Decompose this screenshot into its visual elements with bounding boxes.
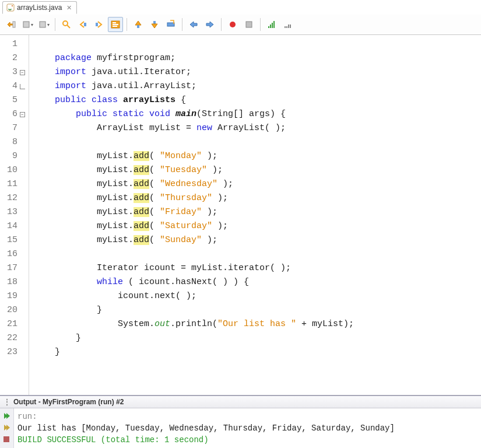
code-line[interactable]: package myfirstprogram; [34,51,481,65]
code-line[interactable]: myList.add( "Wednesday" ); [34,177,481,191]
find-selection-button[interactable] [59,17,74,32]
line-number: 2 [0,51,29,65]
java-file-icon [6,4,15,12]
svg-rect-17 [246,22,252,27]
fold-end-icon [20,84,25,89]
code-line[interactable]: myList.add( "Monday" ); [34,149,481,163]
uncomment-button[interactable] [280,17,296,32]
code-line[interactable] [34,37,481,51]
line-number: 16 [0,247,29,261]
output-panel: ⋮ Output - MyFirstProgram (run) #2 run:O… [0,395,481,448]
svg-rect-7 [84,23,86,26]
editor-toolbar: ▾ ▾ [0,15,481,35]
line-number: 14 [0,219,29,233]
line-number: 20 [0,303,29,317]
output-header[interactable]: ⋮ Output - MyFirstProgram (run) #2 [0,396,481,408]
shift-right-button[interactable] [202,17,217,32]
next-bookmark-button[interactable] [147,17,162,32]
svg-rect-15 [167,23,174,26]
line-number: 4 [0,79,29,93]
code-line[interactable]: public static void main(String[] args) { [34,107,481,121]
file-tab[interactable]: arrayLists.java ✕ [2,1,77,14]
svg-rect-20 [272,23,273,28]
code-line[interactable]: public class arrayLists { [34,93,481,107]
code-line[interactable]: myList.add( "Friday" ); [34,205,481,219]
code-line[interactable]: Iterator icount = myList.iterator( ); [34,261,481,275]
svg-rect-3 [23,22,29,27]
run-icon[interactable] [1,422,12,433]
code-line[interactable]: myList.add( "Sunday" ); [34,233,481,247]
svg-rect-4 [40,22,45,27]
shift-left-button[interactable] [186,17,201,32]
code-line[interactable]: while ( icount.hasNext( ) ) { [34,275,481,289]
output-gutter [0,408,14,448]
tab-close-icon[interactable]: ✕ [66,4,72,12]
line-number: 6− [0,107,29,121]
code-line[interactable]: System.out.println("Our list has " + myL… [34,317,481,331]
line-number: 22 [0,331,29,345]
find-prev-button[interactable] [75,17,90,32]
toggle-bookmark-button[interactable] [163,17,178,32]
code-line[interactable] [34,247,481,261]
output-line: BUILD SUCCESSFUL (total time: 1 second) [17,434,478,446]
tab-bar: arrayLists.java ✕ [0,0,481,15]
svg-rect-23 [286,26,287,28]
line-number: 23 [0,345,29,359]
code-line[interactable]: } [34,303,481,317]
find-next-button[interactable] [92,17,107,32]
line-number: 17 [0,261,29,275]
code-line[interactable]: myList.add( "Thursday" ); [34,191,481,205]
line-number: 13 [0,205,29,219]
output-text[interactable]: run:Our list has [Monday, Tuesday, Wedne… [14,408,481,448]
code-line[interactable]: myList.add( "Saturday" ); [34,219,481,233]
macro-stop-button[interactable] [241,17,257,32]
svg-rect-24 [288,24,289,28]
tab-filename: arrayLists.java [17,4,62,12]
svg-line-6 [67,25,70,28]
line-number: 21 [0,317,29,331]
code-line[interactable]: myList.add( "Tuesday" ); [34,163,481,177]
code-line[interactable]: ArrayList myList = new ArrayList( ); [34,121,481,135]
code-line[interactable] [34,135,481,149]
line-number: 12 [0,191,29,205]
code-line[interactable]: import java.util.ArrayList; [34,79,481,93]
toolbar-separator [221,18,222,31]
output-line: Our list has [Monday, Tuesday, Wednesday… [17,422,478,434]
code-line[interactable]: icount.next( ); [34,289,481,303]
prev-bookmark-button[interactable] [131,17,146,32]
fold-toggle-icon[interactable]: − [20,70,25,75]
line-number: 18 [0,275,29,289]
toolbar-separator [260,18,261,31]
toggle-highlight-button[interactable] [108,17,123,32]
line-number: 19 [0,289,29,303]
svg-point-5 [63,21,68,26]
code-line[interactable]: import java.util.Iterator; [34,65,481,79]
code-line[interactable]: } [34,331,481,345]
rerun-icon[interactable] [1,411,12,421]
toolbar-separator [182,18,182,31]
svg-rect-11 [113,24,118,25]
line-number: 15 [0,233,29,247]
line-number: 10 [0,163,29,177]
line-number: 11 [0,177,29,191]
last-edit-button[interactable] [3,17,19,32]
line-number: 5 [0,93,29,107]
svg-rect-19 [270,24,271,28]
code-editor[interactable]: 123−456−7891011121314151617181920212223 … [0,35,481,395]
comment-button[interactable] [264,17,279,32]
code-content[interactable]: package myfirstprogram; import java.util… [29,35,481,395]
line-number: 8 [0,135,29,149]
forward-dropdown-button[interactable]: ▾ [36,17,51,32]
macro-record-button[interactable] [225,17,240,32]
output-title: Output - MyFirstProgram (run) #2 [13,398,124,406]
stop-output-icon[interactable] [1,434,12,444]
code-line[interactable]: } [34,345,481,359]
svg-rect-8 [96,23,98,26]
back-dropdown-button[interactable]: ▾ [20,17,35,32]
line-number: 7 [0,121,29,135]
toolbar-separator [127,18,127,31]
svg-rect-26 [3,436,9,442]
fold-toggle-icon[interactable]: − [20,112,25,117]
svg-rect-12 [113,26,117,27]
svg-rect-10 [113,22,116,23]
